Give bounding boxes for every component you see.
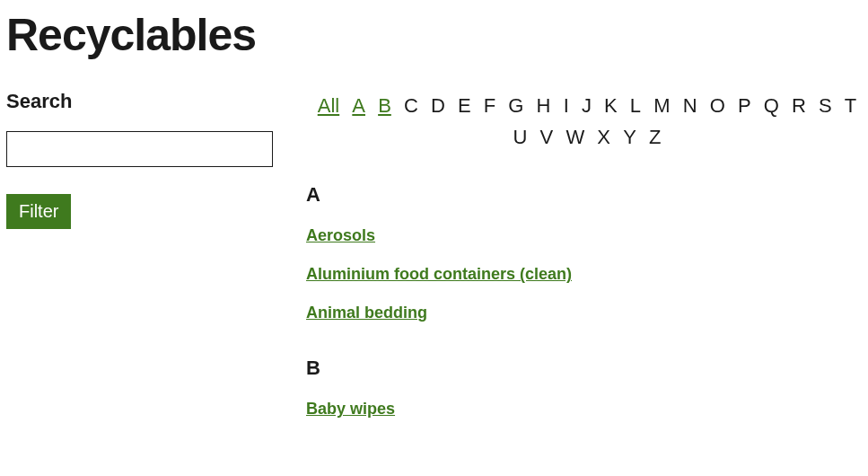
az-letter-f: F [484, 90, 495, 121]
section-b: BBaby wipes [306, 357, 868, 419]
search-input[interactable] [6, 131, 273, 167]
item-link[interactable]: Animal bedding [306, 304, 868, 322]
az-letter-k: K [604, 90, 618, 121]
sidebar: Search Filter [6, 90, 294, 453]
az-letter-e: E [458, 90, 471, 121]
az-letter-r: R [792, 90, 806, 121]
az-letter-n: N [683, 90, 697, 121]
az-letter-y: Y [623, 121, 636, 153]
az-letter-all[interactable]: All [318, 90, 339, 121]
az-nav: All A B C D E F G H I J K L M N O P Q R … [306, 90, 868, 153]
az-letter-i: I [564, 90, 569, 121]
section-a: AAerosolsAluminium food containers (clea… [306, 183, 868, 322]
filter-button[interactable]: Filter [6, 194, 71, 229]
main: All A B C D E F G H I J K L M N O P Q R … [294, 90, 868, 453]
az-letter-q: Q [764, 90, 779, 121]
az-letter-z: Z [649, 121, 661, 153]
az-letter-t: T [845, 90, 856, 121]
az-letter-x: X [597, 121, 610, 153]
az-letter-a[interactable]: A [352, 90, 365, 121]
section-heading: A [306, 183, 868, 207]
az-letter-s: S [819, 90, 832, 121]
layout: Search Filter All A B C D E F G H I J K … [0, 90, 868, 453]
page-title: Recyclables [0, 0, 868, 61]
az-letter-m: M [653, 90, 670, 121]
az-letter-w: W [566, 121, 584, 153]
section-heading: B [306, 357, 868, 380]
item-link[interactable]: Aluminium food containers (clean) [306, 265, 868, 284]
az-letter-v: V [540, 121, 554, 153]
search-label: Search [6, 90, 294, 113]
az-letter-c: C [404, 90, 418, 121]
item-link[interactable]: Aerosols [306, 226, 868, 245]
sections-container: AAerosolsAluminium food containers (clea… [306, 183, 868, 419]
az-letter-g: G [508, 90, 523, 121]
az-letter-j: J [582, 90, 592, 121]
az-letter-h: H [537, 90, 551, 121]
az-letter-o: O [710, 90, 725, 121]
az-letter-b[interactable]: B [378, 90, 391, 121]
item-link[interactable]: Baby wipes [306, 400, 868, 419]
az-letter-l: L [630, 90, 641, 121]
az-letter-u: U [513, 121, 528, 153]
az-letter-p: P [738, 90, 751, 121]
az-letter-d: D [431, 90, 445, 121]
